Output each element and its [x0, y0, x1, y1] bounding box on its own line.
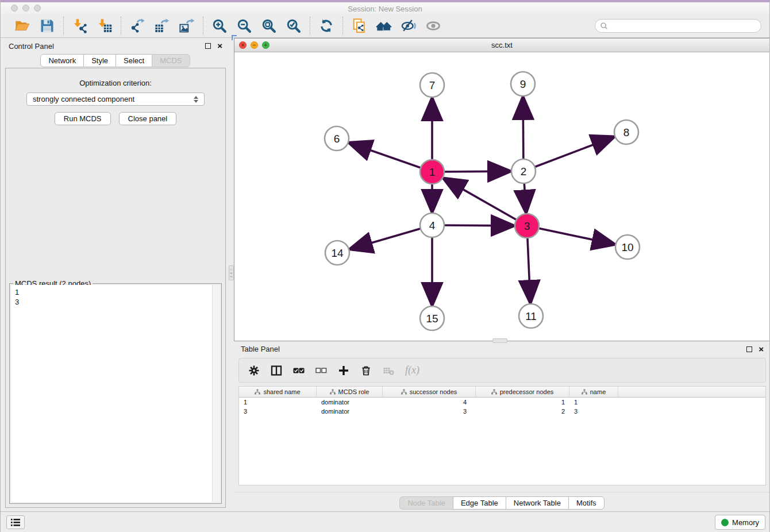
control-panel-title: Control Panel [9, 42, 54, 51]
graph-edge-1-6[interactable] [351, 144, 432, 172]
column-header-successor-nodes[interactable]: successor nodes [383, 387, 476, 397]
control-panel-tabs: NetworkStyleSelectMCDS [1, 54, 230, 67]
frame-minimize-button[interactable]: − [251, 41, 258, 49]
search-box[interactable] [595, 19, 761, 33]
criterion-dropdown-value: strongly connected component [33, 95, 134, 103]
graph-node-label-7: 7 [429, 79, 436, 91]
eye-slash-icon [401, 18, 417, 34]
network-title: scc.txt [491, 41, 513, 49]
home-icon [376, 18, 392, 34]
table-cell[interactable]: dominator [317, 408, 383, 415]
column-header-MCDS-role[interactable]: MCDS role [317, 387, 383, 397]
column-header-label: successor nodes [410, 388, 457, 395]
table-cell[interactable]: dominator [317, 399, 383, 406]
tab-style[interactable]: Style [83, 54, 116, 67]
table-row[interactable]: 1dominator411 [239, 398, 765, 407]
table-cell[interactable]: 3 [569, 408, 618, 415]
function-builder-icon: f(x) [405, 364, 419, 376]
run-mcds-button[interactable]: Run MCDS [55, 112, 111, 125]
graph-edge-3-1[interactable] [445, 179, 527, 226]
result-scrollbar[interactable] [212, 285, 220, 502]
network-canvas[interactable]: 7968124314101511 [234, 53, 769, 341]
table-cell[interactable]: 1 [476, 399, 569, 406]
deselect-all-icon[interactable] [315, 365, 327, 376]
tab-mcds[interactable]: MCDS [152, 54, 190, 67]
eye-icon [425, 18, 441, 34]
tab-edge-table[interactable]: Edge Table [453, 496, 506, 510]
frame-maximize-button[interactable]: + [262, 41, 270, 49]
table-cell[interactable]: 3 [383, 408, 476, 415]
import-table-button[interactable] [96, 17, 113, 34]
zoom-selected-button[interactable] [285, 17, 302, 34]
home-button[interactable] [375, 17, 392, 34]
criterion-dropdown[interactable]: strongly connected component [26, 92, 205, 106]
close-panel-icon[interactable]: × [217, 43, 222, 49]
zoom-in-icon [211, 18, 228, 34]
table-cell[interactable]: 2 [476, 408, 569, 415]
tab-motifs[interactable]: Motifs [568, 496, 605, 510]
network-window-titlebar[interactable]: × − + scc.txt [234, 38, 769, 52]
save-session-button[interactable] [38, 17, 56, 34]
add-column-icon[interactable] [338, 365, 349, 376]
float-panel-icon[interactable] [205, 43, 211, 49]
select-all-icon[interactable] [293, 365, 305, 376]
window-titlebar: Session: New Session [1, 2, 769, 14]
table-cell[interactable]: 4 [383, 399, 476, 406]
delete-column-icon[interactable] [360, 365, 372, 376]
export-table-button[interactable] [153, 17, 171, 34]
status-bar: Memory [1, 511, 769, 532]
export-image-icon [179, 18, 195, 34]
hide-selected-button[interactable] [400, 17, 417, 34]
zoom-fit-icon [261, 18, 277, 34]
float-table-panel-icon[interactable] [746, 346, 752, 352]
import-network-button[interactable] [71, 17, 88, 34]
show-panels-button[interactable] [6, 515, 25, 529]
split-view-icon[interactable] [271, 365, 282, 376]
refresh-icon [318, 18, 334, 34]
open-session-button[interactable] [14, 17, 31, 34]
graph-node-label-2: 2 [521, 165, 527, 178]
zoom-out-icon [236, 18, 252, 34]
table-cell[interactable]: 1 [569, 399, 618, 406]
table-cell[interactable]: 1 [239, 399, 317, 406]
close-table-panel-icon[interactable]: × [759, 346, 764, 352]
tab-network-table[interactable]: Network Table [506, 496, 569, 510]
tab-select[interactable]: Select [116, 54, 152, 67]
column-header-label: shared name [263, 388, 300, 395]
import-table-icon [97, 18, 113, 34]
column-header-shared-name[interactable]: shared name [239, 387, 317, 397]
vertical-splitter-grip[interactable] [229, 265, 234, 280]
export-network-icon [129, 18, 145, 34]
graph-node-label-14: 14 [331, 247, 344, 259]
frame-corner-marker [232, 35, 237, 40]
close-panel-button[interactable]: Close panel [119, 112, 177, 125]
export-image-button[interactable] [178, 17, 195, 34]
tab-network[interactable]: Network [40, 54, 84, 67]
column-header-name[interactable]: name [569, 387, 618, 397]
table-cell[interactable]: 3 [239, 408, 317, 415]
table-panel-title: Table Panel [241, 345, 280, 353]
control-panel: Control Panel × NetworkStyleSelectMCDS O… [1, 38, 230, 511]
graph-edge-3-10[interactable] [527, 226, 613, 244]
column-header-predecessor-nodes[interactable]: predecessor nodes [476, 387, 569, 397]
list-icon [10, 518, 21, 527]
zoom-fit-button[interactable] [260, 17, 278, 34]
memory-button[interactable]: Memory [715, 515, 765, 530]
export-network-button[interactable] [129, 17, 146, 34]
show-all-button[interactable] [425, 17, 442, 34]
mcds-result-area[interactable]: 1 3 [11, 285, 220, 502]
refresh-button[interactable] [318, 17, 335, 34]
node-table: shared nameMCDS rolesuccessor nodesprede… [238, 386, 766, 485]
tab-node-table[interactable]: Node Table [399, 496, 453, 510]
duplicate-network-button[interactable] [351, 17, 368, 34]
settings-gear-icon[interactable] [248, 365, 260, 376]
graph-edge-2-8[interactable] [523, 138, 612, 171]
graph-node-label-3: 3 [524, 220, 530, 232]
network-view-window: × − + scc.txt 7968124314101511 [234, 38, 770, 341]
zoom-out-button[interactable] [236, 17, 253, 34]
zoom-in-button[interactable] [211, 17, 228, 34]
frame-close-button[interactable]: × [239, 41, 247, 49]
search-input[interactable] [611, 22, 756, 30]
column-header-label: name [590, 388, 606, 395]
table-row[interactable]: 3dominator323 [239, 407, 765, 416]
